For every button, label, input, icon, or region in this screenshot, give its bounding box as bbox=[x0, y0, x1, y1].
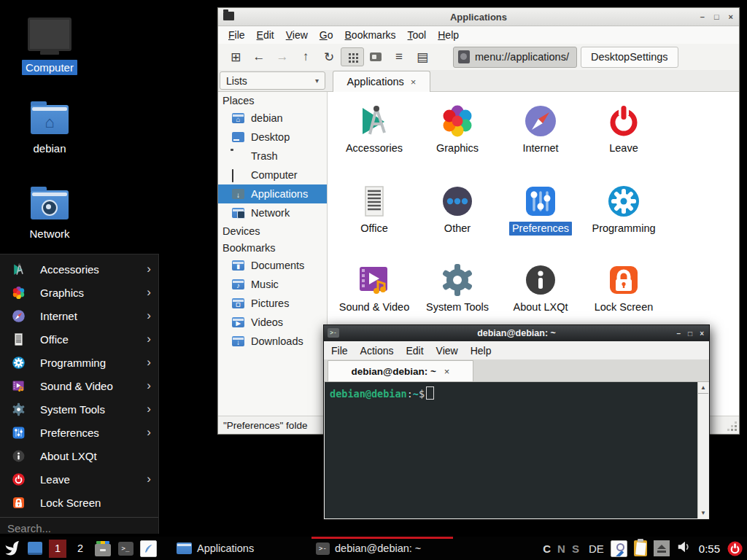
reload-button[interactable]: ↻ bbox=[317, 47, 341, 66]
app-graphics[interactable]: Graphics bbox=[417, 101, 498, 155]
indicator-numlock[interactable]: N bbox=[557, 542, 565, 555]
sidebar-item-videos[interactable]: ▶ Videos bbox=[218, 313, 327, 332]
file-manager-launcher[interactable] bbox=[94, 540, 112, 557]
power-button[interactable] bbox=[727, 540, 743, 557]
sidebar-item-desktop[interactable]: Desktop bbox=[218, 128, 327, 147]
sidebar-item-downloads[interactable]: ↓ Downloads bbox=[218, 332, 327, 351]
keyboard-layout[interactable]: DE bbox=[589, 542, 604, 555]
menu-edit[interactable]: Edit bbox=[251, 28, 280, 42]
menu-go[interactable]: Go bbox=[314, 28, 339, 42]
app-about-lxqt[interactable]: About LXQt bbox=[500, 260, 581, 314]
menu-file[interactable]: File bbox=[331, 344, 355, 357]
menu-edit[interactable]: Edit bbox=[406, 344, 430, 357]
app-internet[interactable]: Internet bbox=[500, 101, 581, 155]
menu-view[interactable]: View bbox=[436, 344, 465, 357]
forward-button[interactable]: → bbox=[271, 47, 294, 66]
menu-item-accessories[interactable]: Accessories › bbox=[0, 257, 158, 281]
menu-item-sound-video[interactable]: Sound & Video › bbox=[0, 374, 158, 397]
sidebar-item-network[interactable]: Network bbox=[218, 203, 327, 222]
sidebar-item-documents[interactable]: ▮ Documents bbox=[218, 256, 327, 275]
menu-item-about-lxqt[interactable]: About LXQt bbox=[0, 444, 158, 467]
app-preferences[interactable]: Preferences bbox=[500, 181, 581, 236]
sidebar-item-trash[interactable]: Trash bbox=[218, 147, 327, 166]
up-button[interactable]: ↑ bbox=[294, 47, 317, 66]
maximize-button[interactable]: □ bbox=[688, 330, 692, 338]
terminal-launcher[interactable]: >_ bbox=[117, 540, 134, 557]
menu-tool[interactable]: Tool bbox=[402, 28, 433, 42]
app-leave[interactable]: Leave bbox=[583, 101, 665, 155]
back-button[interactable]: ← bbox=[247, 47, 271, 66]
sidebar-item-computer[interactable]: Computer bbox=[218, 166, 327, 184]
desktop-icon-debian[interactable]: ⌂ debian bbox=[13, 101, 86, 156]
screenshot-tray-icon[interactable] bbox=[611, 540, 627, 557]
app-office[interactable]: Office bbox=[333, 181, 415, 236]
menu-actions[interactable]: Actions bbox=[360, 344, 400, 357]
scroll-down-icon[interactable]: ▼ bbox=[698, 510, 708, 516]
app-programming[interactable]: Programming bbox=[583, 181, 665, 236]
clock[interactable]: 0:55 bbox=[699, 542, 720, 555]
tab-close-icon[interactable]: × bbox=[444, 366, 450, 377]
desktop-icon bbox=[232, 132, 244, 142]
sidebar-item-pictures[interactable]: ◻ Pictures bbox=[218, 294, 327, 313]
new-tab-button[interactable]: ⊞ bbox=[224, 47, 247, 66]
sidebar-mode-select[interactable]: Lists ▾ bbox=[220, 71, 325, 90]
task-applications[interactable]: Applications bbox=[172, 537, 298, 560]
terminal-tab[interactable]: debian@debian: ~ × bbox=[328, 360, 473, 381]
tab-applications[interactable]: Applications × bbox=[333, 71, 430, 92]
app-other[interactable]: Other bbox=[417, 181, 498, 236]
scroll-up-icon[interactable]: ▲ bbox=[698, 384, 708, 394]
menu-help[interactable]: Help bbox=[471, 344, 498, 357]
terminal-output[interactable]: debian@debian:~$ bbox=[325, 382, 697, 518]
menu-item-system-tools[interactable]: System Tools › bbox=[0, 397, 158, 421]
icon-view-button[interactable] bbox=[341, 47, 364, 66]
show-desktop-button[interactable] bbox=[26, 540, 44, 557]
desktop-icon-computer[interactable]: Computer bbox=[13, 18, 86, 75]
menu-item-internet[interactable]: Internet › bbox=[0, 304, 158, 327]
app-accessories[interactable]: Accessories bbox=[333, 101, 415, 155]
indicator-capslock[interactable]: C bbox=[543, 542, 551, 555]
terminal-scrollbar[interactable]: ▲ ▼ bbox=[697, 382, 708, 518]
path-segment-applications[interactable]: menu://applications/ bbox=[453, 47, 577, 68]
editor-launcher[interactable] bbox=[139, 540, 157, 557]
start-menu-button[interactable] bbox=[4, 540, 21, 557]
close-button[interactable]: × bbox=[700, 330, 704, 338]
minimize-button[interactable]: – bbox=[700, 12, 705, 21]
menu-item-graphics[interactable]: Graphics › bbox=[0, 281, 158, 304]
menu-item-programming[interactable]: Programming › bbox=[0, 351, 158, 374]
sidebar-item-applications[interactable]: ↓ Applications bbox=[218, 184, 327, 203]
menu-view[interactable]: View bbox=[280, 28, 314, 42]
resize-grip[interactable] bbox=[735, 429, 737, 431]
desktop-icon-network[interactable]: Network bbox=[13, 186, 86, 241]
menu-item-preferences[interactable]: Preferences › bbox=[0, 421, 158, 444]
search-input[interactable] bbox=[6, 521, 147, 535]
compact-view-button[interactable]: ≡ bbox=[387, 47, 411, 66]
menu-item-leave[interactable]: Leave › bbox=[0, 467, 158, 491]
tab-close-icon[interactable]: × bbox=[411, 77, 417, 88]
task-terminal[interactable]: >- debian@debian: ~ bbox=[311, 537, 453, 560]
close-button[interactable]: × bbox=[729, 12, 733, 21]
workspace-2[interactable]: 2 bbox=[71, 540, 89, 558]
workspace-1[interactable]: 1 bbox=[49, 540, 66, 558]
detailed-view-button[interactable]: ▤ bbox=[411, 47, 434, 66]
menu-help[interactable]: Help bbox=[432, 28, 465, 42]
app-lock-screen[interactable]: Lock Screen bbox=[583, 260, 665, 314]
menu-item-office[interactable]: Office › bbox=[0, 327, 158, 351]
clipboard-tray-icon[interactable] bbox=[634, 540, 647, 556]
sidebar-item-music[interactable]: ♪ Music bbox=[218, 275, 327, 294]
terminal-titlebar[interactable]: >- debian@debian: ~ – □ × bbox=[324, 325, 709, 341]
path-segment-desktopsettings[interactable]: DesktopSettings bbox=[581, 47, 678, 68]
volume-icon[interactable] bbox=[676, 539, 692, 558]
fm-titlebar[interactable]: Applications – □ × bbox=[218, 8, 739, 26]
eject-tray-icon[interactable] bbox=[654, 540, 670, 556]
menu-bookmarks[interactable]: Bookmarks bbox=[339, 28, 402, 42]
indicator-scrolllock[interactable]: S bbox=[572, 542, 579, 555]
app-system-tools[interactable]: System Tools bbox=[417, 260, 498, 314]
thumbnail-view-button[interactable] bbox=[364, 47, 387, 66]
minimize-button[interactable]: – bbox=[677, 330, 681, 338]
menu-search[interactable] bbox=[0, 517, 158, 539]
sidebar-item-debian[interactable]: ⌂ debian bbox=[218, 109, 327, 128]
maximize-button[interactable]: □ bbox=[714, 12, 719, 21]
menu-item-lock-screen[interactable]: Lock Screen bbox=[0, 491, 158, 514]
menu-file[interactable]: File bbox=[222, 28, 251, 42]
app-sound-video[interactable]: Sound & Video bbox=[333, 260, 415, 314]
